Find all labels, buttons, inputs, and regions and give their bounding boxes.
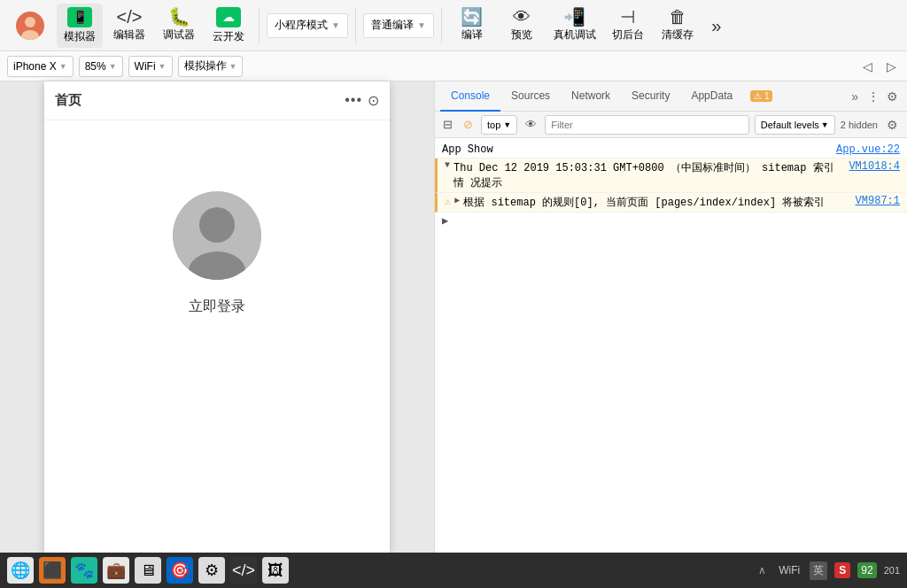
- phone-header: 首页 ••• ⊙: [44, 81, 390, 120]
- cut-backend-button[interactable]: ⊣ 切后台: [605, 4, 651, 48]
- taskbar: 🌐 ⬛ 🐾 💼 🖥 🎯 ⚙ </> 🖼 ∧ WiFi 英 S 92 201: [0, 553, 907, 588]
- phone-page-title: 首页: [55, 92, 81, 109]
- taskbar-vscode[interactable]: 🎯: [167, 557, 193, 584]
- taskbar-code[interactable]: </>: [230, 557, 257, 584]
- cloud-button[interactable]: ☁ 云开发: [205, 4, 252, 48]
- taskbar-chrome[interactable]: 🌐: [7, 557, 34, 584]
- more-icon: »: [711, 17, 721, 35]
- hidden-count: 2 hidden: [841, 120, 878, 130]
- preview-icon: 👁: [513, 8, 531, 26]
- phone-header-icons: ••• ⊙: [345, 92, 379, 109]
- cursor-prompt: ▶: [442, 214, 448, 228]
- console-row-text: Thu Dec 12 2019 15:03:31 GMT+0800 （中国标准时…: [454, 160, 841, 190]
- taskbar-settings[interactable]: ⚙: [198, 557, 225, 584]
- network-select[interactable]: WiFi ▼: [128, 56, 173, 77]
- tab-sources[interactable]: Sources: [500, 81, 561, 112]
- console-source-1[interactable]: App.vue:22: [836, 143, 900, 156]
- taskbar-battery-icon[interactable]: 92: [857, 562, 876, 578]
- expand-arrow-2[interactable]: ▶: [454, 195, 460, 205]
- tab-console[interactable]: Console: [440, 81, 500, 112]
- taskbar-wifi-icon[interactable]: WiFi: [776, 562, 802, 578]
- tab-more-button[interactable]: »: [846, 89, 864, 104]
- phone-content: 立即登录: [44, 120, 390, 316]
- tab-ellipsis-button[interactable]: ⋮: [864, 88, 883, 105]
- separator-1: [259, 8, 260, 43]
- compile-button[interactable]: 🔄 编译: [449, 4, 495, 48]
- tab-appdata[interactable]: AppData: [680, 81, 743, 112]
- clear-cache-icon: 🗑: [669, 8, 686, 26]
- console-eye-icon[interactable]: 👁: [523, 116, 539, 133]
- dev-tabs: Console Sources Network Security AppData…: [435, 81, 907, 112]
- filter-input[interactable]: [545, 115, 749, 135]
- real-debug-button[interactable]: 📲 真机调试: [548, 4, 601, 48]
- expand-arrow[interactable]: ▼: [445, 160, 450, 170]
- console-row-text: 根据 sitemap 的规则[0], 当前页面 [pages/index/ind…: [463, 195, 848, 210]
- cut-backend-icon: ⊣: [620, 8, 635, 26]
- editor-label: 编辑器: [113, 27, 145, 43]
- real-debug-icon: 📲: [563, 8, 585, 26]
- clear-cache-button[interactable]: 🗑 清缓存: [655, 4, 701, 48]
- svg-point-4: [199, 207, 235, 243]
- operation-label: 模拟操作: [184, 58, 227, 74]
- toolbar-icons-right: ◁ ▷: [859, 58, 900, 75]
- taskbar-image[interactable]: 🖼: [262, 557, 289, 584]
- compile-dropdown[interactable]: 普通编译 ▼: [363, 13, 434, 38]
- more-button[interactable]: »: [704, 4, 729, 48]
- context-value: top: [487, 120, 500, 130]
- console-source-2[interactable]: VM1018:4: [849, 160, 900, 173]
- device-dropdown-arrow: ▼: [59, 62, 67, 71]
- debug-label: 调试器: [163, 27, 195, 43]
- preview-button[interactable]: 👁 预览: [499, 4, 545, 48]
- mode-dropdown-arrow: ▼: [331, 20, 340, 30]
- mode-label: 小程序模式: [275, 18, 328, 33]
- console-toolbar: ⊟ ⊘ top ▼ 👁 Default levels ▼ 2 hidden ⚙: [435, 112, 907, 138]
- console-block-icon[interactable]: ⊘: [461, 116, 476, 133]
- console-settings-icon[interactable]: ⚙: [883, 116, 902, 134]
- avatar-button[interactable]: [7, 4, 53, 48]
- console-row: ⚠ ▶ 根据 sitemap 的规则[0], 当前页面 [pages/index…: [435, 193, 907, 213]
- separator-2: [355, 8, 356, 43]
- console-source-3[interactable]: VM987:1: [856, 195, 900, 207]
- console-row-text: App Show: [442, 143, 829, 156]
- phone-frame: 首页 ••• ⊙ 立即登录: [44, 81, 390, 553]
- user-avatar: [16, 12, 44, 40]
- toggle-left-icon[interactable]: ◁: [859, 58, 876, 75]
- toggle-right-icon[interactable]: ▷: [883, 58, 900, 75]
- settings-icon[interactable]: ⚙: [883, 88, 902, 105]
- real-debug-label: 真机调试: [554, 27, 596, 43]
- debug-icon: 🐛: [168, 8, 190, 26]
- login-text[interactable]: 立即登录: [189, 298, 245, 316]
- context-arrow: ▼: [503, 120, 511, 129]
- taskbar-qq[interactable]: 🐾: [71, 557, 97, 584]
- editor-button[interactable]: </> 编辑器: [106, 4, 152, 48]
- zoom-select[interactable]: 85% ▼: [79, 56, 123, 77]
- taskbar-lang-icon[interactable]: 英: [810, 561, 827, 580]
- dev-panel: Console Sources Network Security AppData…: [434, 81, 907, 553]
- level-select[interactable]: Default levels ▼: [755, 115, 835, 135]
- taskbar-files[interactable]: 🖥: [135, 557, 161, 584]
- cloud-label: 云开发: [213, 29, 244, 44]
- taskbar-idea[interactable]: 💼: [103, 557, 129, 584]
- simulate-label: 模拟器: [64, 29, 96, 44]
- context-select[interactable]: top ▼: [481, 115, 517, 135]
- level-value: Default levels: [761, 120, 819, 130]
- mode-dropdown[interactable]: 小程序模式 ▼: [267, 13, 348, 38]
- debug-button[interactable]: 🐛 调试器: [156, 4, 202, 48]
- tab-network[interactable]: Network: [561, 81, 621, 112]
- device-select[interactable]: iPhone X ▼: [7, 56, 74, 77]
- taskbar-right: ∧ WiFi 英 S 92 201: [756, 561, 900, 580]
- operation-select[interactable]: 模拟操作 ▼: [178, 56, 244, 77]
- console-row: App Show App.vue:22: [435, 142, 907, 159]
- svg-point-1: [25, 17, 35, 27]
- simulate-button[interactable]: 📱 模拟器: [57, 4, 103, 48]
- zoom-dropdown-arrow: ▼: [109, 62, 117, 71]
- second-toolbar: iPhone X ▼ 85% ▼ WiFi ▼ 模拟操作 ▼ ◁ ▷: [0, 51, 907, 81]
- taskbar-sougou-icon[interactable]: S: [834, 562, 850, 578]
- operation-dropdown-arrow: ▼: [229, 62, 237, 71]
- console-expand-icon[interactable]: ⊟: [440, 116, 455, 133]
- taskbar-arrow-icon[interactable]: ∧: [756, 562, 769, 578]
- phone-dots-icon[interactable]: •••: [345, 92, 362, 109]
- phone-circle-icon[interactable]: ⊙: [368, 92, 379, 109]
- tab-security[interactable]: Security: [621, 81, 680, 112]
- taskbar-orange[interactable]: ⬛: [39, 557, 66, 584]
